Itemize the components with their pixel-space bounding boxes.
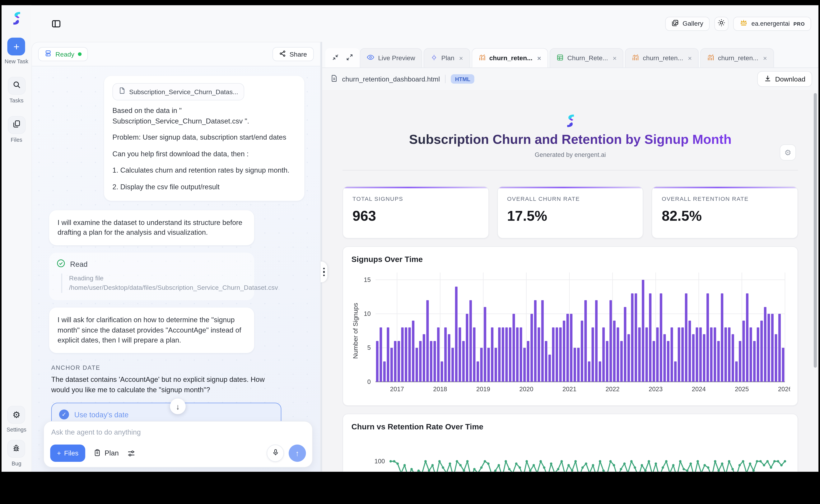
open-file-name: churn_retention_dashboard.html [330,74,440,84]
plan-mode-button[interactable]: Plan [91,445,122,462]
close-icon[interactable]: × [459,54,463,62]
svg-text:2021: 2021 [562,385,576,393]
kpi-label: OVERALL CHURN RATE [507,196,633,202]
preview-resize-controls [325,48,360,68]
panel-divider[interactable] [321,42,322,472]
check-circle-icon [57,259,65,269]
preview-scrollbar[interactable] [814,93,817,368]
theme-toggle-button[interactable] [714,16,729,31]
bug-icon[interactable] [7,440,25,458]
svg-text:2017: 2017 [390,385,404,393]
preview-panel: Live Preview Plan × churn_reten... × [322,42,818,472]
svg-text:5: 5 [367,344,371,351]
pro-badge: PRO [793,21,805,26]
settings-button[interactable]: ⚙ [7,406,25,424]
new-task-button[interactable]: + [7,38,25,55]
share-icon [279,50,286,58]
html-badge: HTML [451,74,474,84]
close-icon[interactable]: × [763,54,767,62]
option-title: Use today's date [74,410,128,419]
sidebar-item-files[interactable]: Files [8,116,26,143]
close-icon[interactable]: × [613,54,617,62]
add-files-button[interactable]: + Files [50,445,85,462]
attached-file-chip[interactable]: Subscription_Service_Churn_Datas... [112,83,244,100]
anchor-date-question: The dataset contains 'AccountAge' but no… [51,374,276,395]
chart-file-icon [632,54,639,63]
kpi-label: TOTAL SIGNUPS [352,196,479,202]
sidebar-toggle-icon[interactable] [49,17,63,30]
svg-text:2025: 2025 [735,385,749,393]
account-button[interactable]: ea.energentai PRO [733,16,811,31]
microphone-button[interactable] [267,445,284,462]
chat-input[interactable]: Ask the agent to do anything + Files Pla… [43,421,313,468]
gallery-button[interactable]: Gallery [665,16,710,31]
sidebar-item-new-task[interactable]: + New Task [5,38,28,64]
files-button-label: Files [64,449,78,457]
svg-text:10: 10 [364,310,371,317]
close-icon[interactable]: × [537,54,541,62]
dashboard-logo-icon [565,114,576,128]
collapse-icon[interactable] [332,53,339,63]
tab-plan[interactable]: Plan × [424,48,470,68]
svg-text:2022: 2022 [606,385,620,393]
gallery-icon [672,19,679,28]
file-icon [119,87,125,97]
anchor-option-today[interactable]: ✓ Use today's date Calculate signup mont… [51,403,281,421]
tasks-button[interactable] [8,77,26,95]
svg-text:100: 100 [375,458,385,465]
tab-churn-retention-2[interactable]: churn_reten... × [625,48,699,68]
svg-text:2023: 2023 [649,385,663,393]
sidebar-item-bug[interactable]: Bug [7,440,25,466]
account-name: ea.energentai [751,20,790,27]
expand-icon[interactable] [346,53,353,63]
user-message-line: Can you help first download the data, th… [112,149,296,159]
churn-retention-chart-card: Churn vs Retention Rate Over Time 10080 [342,414,798,472]
status-dot [78,52,82,56]
html-preview-viewport[interactable]: ⚙ Subscription Churn and Retention by Si… [322,90,818,472]
user-message-line: Problem: User signup data, subscription … [112,133,296,143]
gallery-label: Gallery [683,20,703,27]
sidebar-item-label: Files [11,137,22,143]
sidebar-item-label: Settings [7,426,26,433]
tool-call-card[interactable]: Read Reading file /home/user/Desktop/dat… [49,252,254,300]
tab-label: Churn_Rete... [567,54,608,62]
sidebar-item-settings[interactable]: ⚙ Settings [7,406,26,432]
tab-churn-retention-html[interactable]: churn_reten... × [471,48,548,68]
tab-churn-retention-csv[interactable]: Churn_Rete... × [549,48,623,68]
files-button[interactable] [8,116,26,134]
agent-status-badge[interactable]: Ready [38,47,88,61]
download-button[interactable]: Download [757,71,812,87]
share-button[interactable]: Share [272,47,314,61]
dashboard-settings-button[interactable]: ⚙ [780,144,796,161]
chat-panel: Ready Share Subscrip [31,42,321,472]
panel-resize-handle[interactable] [321,262,327,282]
left-rail: + New Task Tasks Files ⚙ [2,5,31,472]
tool-detail: Reading file /home/user/Desktop/data/fil… [61,273,239,293]
svg-text:15: 15 [364,276,371,283]
kpi-total-signups: TOTAL SIGNUPS 963 [342,186,489,239]
close-icon[interactable]: × [688,54,692,62]
scroll-to-bottom-button[interactable]: ↓ [170,399,186,414]
signups-chart-card: Signups Over Time 0510152017201820192020… [342,246,798,406]
sidebar-item-tasks[interactable]: Tasks [8,77,26,104]
spreadsheet-file-icon [556,54,564,63]
tab-label: churn_reten... [718,54,758,62]
tab-churn-retention-3[interactable]: churn_reten... × [700,48,774,68]
chart-file-icon [478,54,486,63]
copy-files-icon [12,120,21,130]
attached-file-name: Subscription_Service_Churn_Datas... [129,87,238,96]
chart-file-icon [707,54,714,63]
chat-input-placeholder: Ask the agent to do anything [51,428,305,436]
user-message-line: 1. Calculates churn and retention rates … [112,166,296,176]
chat-message-list[interactable]: Subscription_Service_Churn_Datas... Base… [32,66,320,421]
tab-live-preview[interactable]: Live Preview [360,48,422,68]
tab-label: churn_reten... [643,54,683,62]
preferences-sliders-icon[interactable] [127,449,136,457]
sidebar-item-label: New Task [5,58,28,64]
app-window: + New Task Tasks Files ⚙ [2,5,818,472]
svg-text:Number of Signups: Number of Signups [352,303,359,359]
svg-text:2026: 2026 [778,385,790,393]
plan-button-label: Plan [105,449,119,457]
send-button[interactable]: ↑ [289,445,306,462]
kpi-label: OVERALL RETENTION RATE [662,196,788,202]
